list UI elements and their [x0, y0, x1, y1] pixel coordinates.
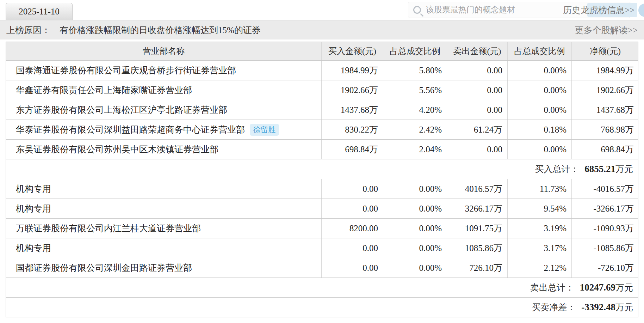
search-icon: [413, 6, 421, 14]
history-lhb-link[interactable]: 历史龙虎榜信息>>: [563, 4, 634, 16]
buy-total-value: 6855.21万元: [584, 163, 633, 175]
header-net-amount: 净额(元): [572, 42, 639, 60]
buy-amount: 0.00: [322, 258, 383, 278]
header-branch-name: 营业部名称: [6, 42, 322, 60]
sell-amount: 0.00: [447, 140, 508, 159]
sell-ratio: 11.73%: [508, 179, 572, 199]
net-diff-row: 买卖净差： -3392.48万元: [6, 298, 638, 317]
net-amount: 1984.99万: [572, 61, 639, 80]
branch-name: 机构专用: [6, 199, 322, 218]
search-input[interactable]: [426, 5, 560, 14]
more-stock-analysis-link[interactable]: 更多个股解读>>: [575, 24, 638, 36]
sell-ratio: 9.54%: [508, 199, 572, 218]
buy-table-row: 华泰证券股份有限公司深圳益田路荣超商务中心证券营业部 徐留胜 830.22万 2…: [6, 120, 638, 140]
trader-badge[interactable]: 徐留胜: [250, 124, 279, 136]
branch-name: 国都证券股份有限公司深圳金田路证券营业部: [6, 258, 322, 278]
branch-name: 华鑫证券有限责任公司上海陆家嘴证券营业部: [6, 80, 322, 100]
reason-text: 有价格涨跌幅限制的日收盘价格涨幅达到15%的证券: [60, 24, 261, 36]
net-amount: -4016.57万: [572, 179, 639, 199]
header-sell-ratio: 占总成交比例: [508, 42, 572, 60]
sell-amount: 726.10万: [447, 258, 508, 278]
header-sell-amount: 卖出金额(元): [447, 42, 508, 60]
buy-ratio: 2.04%: [383, 140, 447, 159]
sell-amount: 0.00: [447, 100, 508, 120]
buy-amount: 1902.66万: [322, 80, 383, 100]
buy-table-row: 国泰海通证券股份有限公司重庆观音桥步行街证券营业部 1984.99万 5.80%…: [6, 61, 638, 80]
sell-total-row: 卖出总计： 10247.69万元: [6, 278, 638, 298]
net-amount: -726.10万: [572, 258, 639, 278]
net-amount: -1090.93万: [572, 219, 639, 238]
branch-name: 华泰证券股份有限公司深圳益田路荣超商务中心证券营业部 徐留胜: [6, 120, 322, 139]
buy-amount: 0.00: [322, 199, 383, 218]
sell-ratio: 0.18%: [508, 120, 572, 139]
sell-table-row: 机构专用 0.00 0.00% 1085.86万 3.17% -1085.86万: [6, 238, 638, 258]
sell-ratio: 0.00%: [508, 80, 572, 100]
sell-table-row: 国都证券股份有限公司深圳金田路证券营业部 0.00 0.00% 726.10万 …: [6, 258, 638, 278]
sell-total-value: 10247.69万元: [580, 282, 633, 293]
buy-amount: 698.84万: [322, 140, 383, 159]
buy-table-row: 东吴证券股份有限公司苏州吴中区木渎镇证券营业部 698.84万 2.04% 0.…: [6, 140, 638, 159]
buy-total-label: 买入总计：: [535, 163, 579, 175]
buy-ratio: 4.20%: [383, 100, 447, 120]
sell-table-row: 万联证券股份有限公司内江兰桂大道证券营业部 8200.00 0.00% 1091…: [6, 219, 638, 238]
buy-amount: 8200.00: [322, 219, 383, 238]
net-amount: 1437.68万: [572, 100, 639, 120]
sell-amount: 0.00: [447, 61, 508, 80]
header-buy-amount: 买入金额(元): [322, 42, 383, 60]
dragon-tiger-table: 营业部名称 买入金额(元) 占总成交比例 卖出金额(元) 占总成交比例 净额(元…: [6, 42, 638, 317]
sell-ratio: 0.00%: [508, 100, 572, 120]
net-amount: -3266.17万: [572, 199, 639, 218]
buy-ratio: 0.00%: [383, 219, 447, 238]
branch-name: 万联证券股份有限公司内江兰桂大道证券营业部: [6, 219, 322, 238]
top-bar: 2025-11-10 历史龙虎榜信息>>: [0, 0, 644, 20]
net-amount: 1902.66万: [572, 80, 639, 100]
buy-table-row: 华鑫证券有限责任公司上海陆家嘴证券营业部 1902.66万 5.56% 0.00…: [6, 80, 638, 100]
buy-ratio: 2.42%: [383, 120, 447, 139]
buy-amount: 1984.99万: [322, 61, 383, 80]
buy-amount: 1437.68万: [322, 100, 383, 120]
sell-amount: 0.00: [447, 80, 508, 100]
listing-reason-bar: 上榜原因： 有价格涨跌幅限制的日收盘价格涨幅达到15%的证券 更多个股解读>>: [0, 20, 644, 39]
branch-name: 机构专用: [6, 179, 322, 199]
branch-name: 东吴证券股份有限公司苏州吴中区木渎镇证券营业部: [6, 140, 322, 159]
net-diff-label: 买卖净差：: [532, 301, 576, 313]
table-header-row: 营业部名称 买入金额(元) 占总成交比例 卖出金额(元) 占总成交比例 净额(元…: [6, 42, 638, 61]
buy-ratio: 0.00%: [383, 199, 447, 218]
sell-ratio: 0.00%: [508, 61, 572, 80]
net-diff-value: -3392.48万元: [581, 301, 633, 313]
reason-label: 上榜原因：: [6, 24, 50, 36]
buy-amount: 830.22万: [322, 120, 383, 139]
branch-name: 机构专用: [6, 238, 322, 258]
sell-ratio: 0.00%: [508, 140, 572, 159]
floating-button[interactable]: [638, 4, 644, 17]
net-amount: 768.98万: [572, 120, 639, 139]
header-buy-ratio: 占总成交比例: [383, 42, 447, 60]
sell-table-row: 机构专用 0.00 0.00% 3266.17万 9.54% -3266.17万: [6, 199, 638, 219]
buy-ratio: 0.00%: [383, 179, 447, 199]
date-tab-label: 2025-11-10: [19, 7, 60, 17]
buy-total-row: 买入总计： 6855.21万元: [6, 159, 638, 179]
sell-amount: 61.24万: [447, 120, 508, 139]
sell-amount: 4016.57万: [447, 179, 508, 199]
sell-ratio: 3.19%: [508, 219, 572, 238]
sell-ratio: 3.17%: [508, 238, 572, 258]
sell-ratio: 2.12%: [508, 258, 572, 278]
sell-amount: 1091.75万: [447, 219, 508, 238]
buy-ratio: 5.80%: [383, 61, 447, 80]
sell-total-label: 卖出总计：: [530, 282, 574, 293]
branch-name: 东方证券股份有限公司上海松江区沪亭北路证券营业部: [6, 100, 322, 120]
branch-name: 国泰海通证券股份有限公司重庆观音桥步行街证券营业部: [6, 61, 322, 80]
buy-amount: 0.00: [322, 179, 383, 199]
buy-ratio: 0.00%: [383, 258, 447, 278]
buy-ratio: 0.00%: [383, 238, 447, 258]
date-tab[interactable]: 2025-11-10: [6, 3, 73, 20]
buy-ratio: 5.56%: [383, 80, 447, 100]
sell-amount: 1085.86万: [447, 238, 508, 258]
buy-amount: 0.00: [322, 238, 383, 258]
net-amount: -1085.86万: [572, 238, 639, 258]
sell-table-row: 机构专用 0.00 0.00% 4016.57万 11.73% -4016.57…: [6, 179, 638, 199]
net-amount: 698.84万: [572, 140, 639, 159]
buy-table-row: 东方证券股份有限公司上海松江区沪亭北路证券营业部 1437.68万 4.20% …: [6, 100, 638, 120]
branch-name-text: 华泰证券股份有限公司深圳益田路荣超商务中心证券营业部: [16, 124, 245, 135]
sell-amount: 3266.17万: [447, 199, 508, 218]
